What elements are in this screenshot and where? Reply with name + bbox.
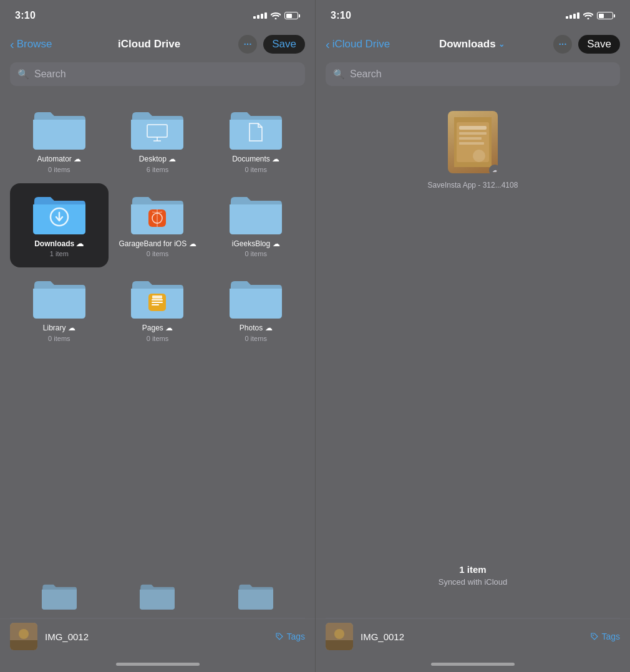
icloud-badge-file: ☁ <box>489 165 498 173</box>
search-icon-right: 🔍 <box>333 69 345 80</box>
folder-icon-documents <box>228 106 283 151</box>
folder-name-photos: Photos ☁ <box>240 324 273 334</box>
svg-rect-11 <box>10 640 37 650</box>
folder-meta-downloads: 1 item <box>50 250 69 257</box>
folder-desktop[interactable]: Desktop ☁ 6 items <box>109 98 207 183</box>
signal-icon-right <box>566 12 579 19</box>
svg-point-24 <box>593 635 594 636</box>
folder-partial-2[interactable] <box>109 580 207 618</box>
folder-name-pages: Pages ☁ <box>142 324 173 334</box>
status-icons-left <box>253 12 300 19</box>
more-button-right[interactable]: ··· <box>553 35 572 54</box>
svg-rect-18 <box>459 137 482 140</box>
status-time-left: 3:10 <box>15 10 36 21</box>
bottom-tags-right[interactable]: Tags <box>590 631 620 641</box>
folder-stats: 1 item Synced with iCloud <box>439 564 508 605</box>
nav-bar-left: ‹ Browse iCloud Drive ··· Save <box>0 27 315 60</box>
bottom-bar-right: IMG_0012 Tags <box>316 618 630 658</box>
status-icons-right <box>566 12 615 19</box>
folder-icon-photos <box>228 275 283 320</box>
save-button-right[interactable]: Save <box>578 35 620 54</box>
folder-meta-photos: 0 items <box>245 335 266 342</box>
wifi-icon-right <box>583 12 593 19</box>
more-button-left[interactable]: ··· <box>238 35 257 54</box>
nav-title-left: iCloud Drive <box>60 38 238 50</box>
svg-rect-17 <box>459 132 487 135</box>
home-indicator-left <box>116 663 200 666</box>
folder-icon-library <box>32 275 87 320</box>
save-button-left[interactable]: Save <box>263 35 305 54</box>
status-bar-left: 3:10 <box>0 0 315 27</box>
folder-partial-1[interactable] <box>10 580 109 618</box>
folder-meta-desktop: 6 items <box>147 166 168 173</box>
search-placeholder-right: Search <box>350 69 382 80</box>
folder-meta-library: 0 items <box>48 335 70 342</box>
folder-icon-automator <box>32 106 87 151</box>
folder-photos[interactable]: Photos ☁ 0 items <box>206 267 305 352</box>
folder-name-igeeksblog: iGeeksBlog ☁ <box>232 239 280 249</box>
status-time-right: 3:10 <box>331 10 351 21</box>
nav-back-left[interactable]: ‹ Browse <box>10 38 60 50</box>
status-bar-right: 3:10 <box>316 0 630 27</box>
home-indicator-right <box>431 663 515 666</box>
folder-documents[interactable]: Documents ☁ 0 items <box>206 98 305 183</box>
folder-downloads[interactable]: Downloads ☁ 1 item <box>10 183 109 268</box>
back-label-left[interactable]: Browse <box>17 38 52 50</box>
nav-right-right: ··· Save <box>553 35 620 54</box>
folder-meta-automator: 0 items <box>48 166 70 173</box>
folder-name-downloads: Downloads ☁ <box>34 239 84 249</box>
battery-icon-right <box>597 12 615 19</box>
bottom-filename-right: IMG_0012 <box>361 631 583 642</box>
folder-name-automator: Automator ☁ <box>37 155 81 165</box>
stats-synced: Synced with iCloud <box>439 577 508 587</box>
svg-point-13 <box>278 635 279 636</box>
folder-meta-garageband: 0 items <box>147 250 168 257</box>
bottom-thumbnail-right <box>326 623 353 650</box>
folder-meta-igeeksblog: 0 items <box>245 250 266 257</box>
folder-icon-desktop <box>130 106 185 151</box>
back-chevron-right: ‹ <box>326 38 330 50</box>
right-panel: 3:10 <box>315 0 630 672</box>
folder-name-library: Library ☁ <box>43 324 75 334</box>
folder-icon-igeeksblog <box>228 191 283 236</box>
folder-icon-pages <box>130 275 185 320</box>
svg-rect-19 <box>459 142 484 145</box>
wifi-icon <box>271 12 281 19</box>
signal-icon <box>253 12 267 19</box>
bottom-bar-left: IMG_0012 Tags <box>0 618 315 658</box>
search-bar-left[interactable]: 🔍 Search <box>10 62 305 86</box>
svg-point-12 <box>19 629 29 639</box>
folder-icon-downloads <box>32 191 87 236</box>
folder-igeeksblog[interactable]: iGeeksBlog ☁ 0 items <box>206 183 305 268</box>
folder-partial-3[interactable] <box>206 580 305 618</box>
title-dropdown-icon[interactable]: ⌄ <box>498 40 505 49</box>
svg-rect-22 <box>326 640 353 650</box>
folder-automator[interactable]: Automator ☁ 0 items <box>10 98 109 183</box>
file-preview-area[interactable]: ☁ SaveInsta App - 312...4108 <box>428 111 518 191</box>
bottom-tags-left[interactable]: Tags <box>275 631 305 641</box>
bottom-thumbnail-left <box>10 623 37 650</box>
folder-library[interactable]: Library ☁ 0 items <box>10 267 109 352</box>
file-thumbnail: ☁ <box>448 111 498 173</box>
nav-bar-right: ‹ iCloud Drive Downloads ⌄ ··· Save <box>316 27 630 60</box>
folder-pages[interactable]: Pages ☁ 0 items <box>109 267 207 352</box>
folder-garageband[interactable]: GarageBand for iOS ☁ 0 items <box>109 183 207 268</box>
folder-name-documents: Documents ☁ <box>232 155 279 165</box>
nav-title-right: Downloads ⌄ <box>390 38 553 50</box>
nav-right-left: ··· Save <box>238 35 305 54</box>
folder-name-garageband: GarageBand for iOS ☁ <box>119 239 196 249</box>
search-icon-left: 🔍 <box>17 69 29 80</box>
back-chevron-left: ‹ <box>10 38 14 50</box>
bottom-filename-left: IMG_0012 <box>45 631 268 642</box>
back-label-right[interactable]: iCloud Drive <box>332 38 390 50</box>
svg-rect-9 <box>152 295 162 299</box>
folder-meta-pages: 0 items <box>147 335 168 342</box>
folder-icon-garageband <box>130 191 185 236</box>
left-panel: 3:10 <box>0 0 315 672</box>
nav-back-right[interactable]: ‹ iCloud Drive <box>326 38 390 50</box>
search-bar-right[interactable]: 🔍 Search <box>326 62 620 86</box>
search-placeholder-left: Search <box>34 69 66 80</box>
file-name-label: SaveInsta App - 312...4108 <box>428 181 518 190</box>
folder-meta-documents: 0 items <box>245 166 266 173</box>
battery-icon <box>284 12 300 19</box>
